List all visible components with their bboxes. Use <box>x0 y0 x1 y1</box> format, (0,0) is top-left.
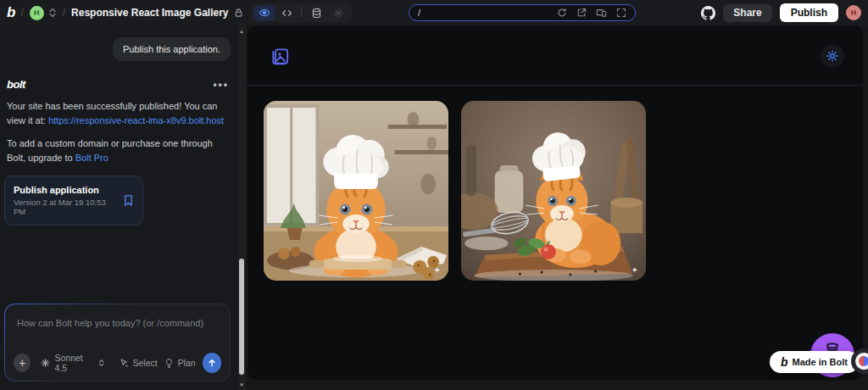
publish-button[interactable]: Publish <box>780 3 838 22</box>
model-label: Sonnet 4.5 <box>54 353 94 373</box>
top-bar: b / H / Responsive React Image Gallery / <box>0 0 868 25</box>
chat-input-box[interactable]: How can Bolt help you today? (or /comman… <box>4 304 231 382</box>
fullscreen-icon[interactable] <box>616 8 626 18</box>
github-icon[interactable] <box>701 6 715 20</box>
vertical-scrollbar[interactable]: ▲ ▼ <box>237 25 246 390</box>
chat-input-placeholder[interactable]: How can Bolt help you today? (or /comman… <box>5 304 230 328</box>
lock-icon[interactable] <box>234 8 243 18</box>
preview-eye-icon[interactable] <box>254 5 275 20</box>
attach-plus-button[interactable]: + <box>14 354 31 372</box>
app-header <box>248 25 863 85</box>
app-preview-panel: ✦ <box>248 25 863 380</box>
image-gallery-grid: ✦ <box>264 101 646 281</box>
model-selector[interactable]: Sonnet 4.5 <box>41 353 104 373</box>
gallery-app-icon <box>270 46 292 68</box>
header-divider <box>248 85 863 86</box>
made-in-bolt-badge[interactable]: b Made in Bolt <box>770 351 859 373</box>
scrollbar-thumb[interactable] <box>239 259 244 375</box>
ai-sparkle-icon: ✦ <box>632 265 638 275</box>
database-icon[interactable] <box>306 5 326 20</box>
message-text: To add a custom domain or purchase one t… <box>7 138 213 163</box>
send-button[interactable] <box>203 353 221 373</box>
theme-toggle-sun-icon[interactable] <box>821 44 844 68</box>
arrow-up-icon <box>207 358 217 368</box>
lightbulb-icon <box>164 358 174 369</box>
bookmark-icon[interactable] <box>123 194 134 207</box>
share-button[interactable]: Share <box>723 4 771 22</box>
publish-card-title: Publish application <box>14 185 116 195</box>
scroll-down-arrow[interactable]: ▼ <box>237 382 246 387</box>
ai-sparkle-icon: ✦ <box>434 265 441 275</box>
select-label: Select <box>133 358 158 368</box>
user-avatar[interactable]: H <box>846 5 861 20</box>
bolt-logo[interactable]: b <box>7 4 14 21</box>
code-icon[interactable] <box>276 5 297 20</box>
scroll-up-arrow[interactable]: ▲ <box>237 29 246 34</box>
preview-url-bar[interactable]: / <box>409 4 636 21</box>
chat-sidebar: Publish this application. bolt ••• Your … <box>0 25 237 390</box>
gallery-image-2[interactable]: ✦ <box>461 101 646 281</box>
open-external-icon[interactable] <box>576 8 587 18</box>
devices-icon[interactable] <box>596 8 607 18</box>
gallery-image-1[interactable]: ✦ <box>264 101 448 281</box>
breadcrumb-separator: / <box>20 7 23 19</box>
bolt-pro-link[interactable]: Bolt Pro <box>75 153 108 163</box>
chevron-updown-icon[interactable] <box>48 8 57 18</box>
made-in-bolt-label: Made in Bolt <box>793 357 848 367</box>
bolt-assistant-label: bolt <box>7 78 25 91</box>
cursor-select-icon <box>119 358 129 368</box>
publish-version-card[interactable]: Publish application Version 2 at Mar 19 … <box>4 176 143 226</box>
gear-icon[interactable] <box>328 5 348 20</box>
workspace-avatar[interactable]: H <box>30 6 44 20</box>
assistant-message: To add a custom domain or purchase one t… <box>0 128 237 165</box>
breadcrumb-separator: / <box>63 7 65 19</box>
toolbar-divider <box>301 8 302 18</box>
plan-mode-button[interactable]: Plan <box>164 358 196 369</box>
url-value[interactable]: / <box>418 8 557 18</box>
bolt-logo: b <box>781 355 787 369</box>
user-message-bubble: Publish this application. <box>113 37 231 61</box>
plan-label: Plan <box>178 358 196 368</box>
refresh-icon[interactable] <box>557 8 567 18</box>
publish-card-subtitle: Version 2 at Mar 19 10:53 PM <box>14 198 116 216</box>
extension-icon <box>855 353 868 370</box>
assistant-message: Your site has been successfully publishe… <box>0 91 237 128</box>
sparkle-model-icon <box>41 358 50 368</box>
view-mode-toolbar <box>251 3 352 22</box>
chevron-updown-icon <box>98 359 104 367</box>
project-title[interactable]: Responsive React Image Gallery <box>71 7 228 19</box>
message-menu-icon[interactable]: ••• <box>213 79 229 91</box>
published-url-link[interactable]: https://responsive-react-ima-x8v9.bolt.h… <box>48 115 224 125</box>
select-tool-button[interactable]: Select <box>119 358 158 368</box>
